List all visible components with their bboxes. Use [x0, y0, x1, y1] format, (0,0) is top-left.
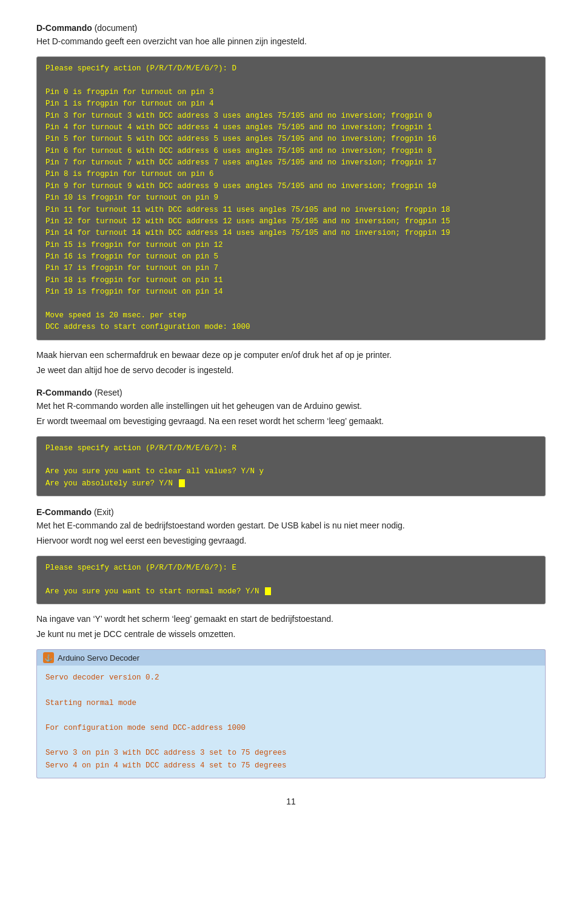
- d-command-after2: Je weet dan altijd hoe de servo decoder …: [36, 364, 546, 377]
- e-command-terminal: Please specify action (P/R/T/D/M/E/G/?):…: [36, 556, 546, 604]
- arduino-title: Arduino Servo Decoder: [58, 653, 139, 663]
- r-command-terminal: Please specify action (P/R/T/D/M/E/G/?):…: [36, 436, 546, 497]
- d-command-terminal: Please specify action (P/R/T/D/M/E/G/?):…: [36, 56, 546, 340]
- d-command-after1: Maak hiervan een schermafdruk en bewaar …: [36, 349, 546, 362]
- e-command-section: E-Commando (Exit) Met het E-commando zal…: [36, 507, 546, 641]
- page-number: 11: [36, 797, 546, 806]
- r-command-section: R-Commando (Reset) Met het R-commando wo…: [36, 388, 546, 497]
- arduino-window: ⚓ Arduino Servo Decoder Servo decoder ve…: [36, 649, 546, 778]
- e-command-after2: Je kunt nu met je DCC centrale de wissel…: [36, 628, 546, 641]
- d-command-description: Het D-commando geeft een overzicht van h…: [36, 35, 546, 48]
- e-command-desc2: Hiervoor wordt nog wel eerst een bevesti…: [36, 535, 546, 547]
- e-command-after1: Na ingave van ‘Y’ wordt het scherm ‘leeg…: [36, 613, 546, 626]
- arduino-terminal: Servo decoder version 0.2 Starting norma…: [36, 666, 546, 778]
- e-command-desc1: Met het E-commando zal de bedrijfstoesta…: [36, 519, 546, 532]
- arduino-icon: ⚓: [43, 652, 54, 663]
- r-command-desc2: Er wordt tweemaal om bevestiging gevraag…: [36, 415, 546, 428]
- arduino-titlebar: ⚓ Arduino Servo Decoder: [36, 649, 546, 666]
- d-command-section: D-Commando (document) Het D-commando gee…: [36, 23, 546, 377]
- r-command-desc1: Met het R-commando worden alle instellin…: [36, 400, 546, 413]
